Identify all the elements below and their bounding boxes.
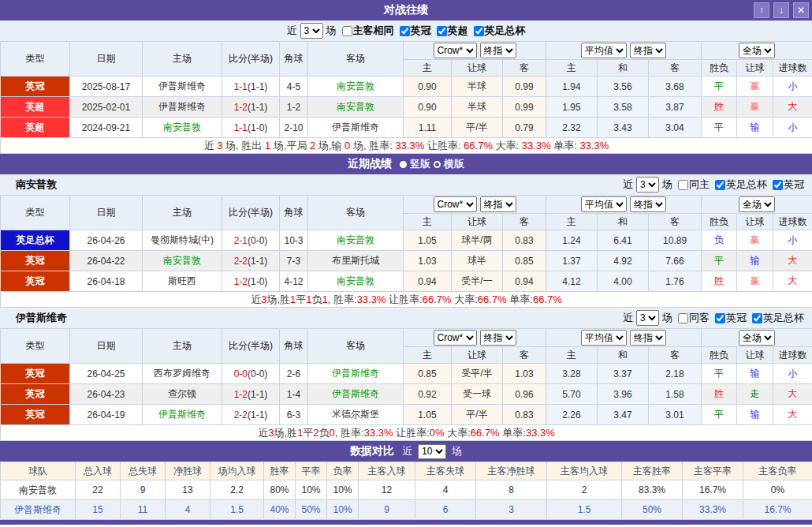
move-down-icon[interactable]: ↓ <box>773 2 789 18</box>
euro-source-select[interactable]: 平均值 <box>581 196 627 212</box>
compare-title-bar: 数据对比 近 10 场 <box>0 441 812 462</box>
euro-stage-select[interactable]: 终指 <box>630 43 666 58</box>
result-scope-header: 全场 <box>702 42 812 60</box>
stat-cell: 50% <box>622 500 683 520</box>
odds-home: 0.85 <box>404 364 452 384</box>
odds-away: 0.99 <box>503 77 546 97</box>
eu-home: 5.70 <box>546 384 598 405</box>
odds-hcp: 受半/一 <box>452 271 503 292</box>
stat-cell: 9 <box>359 500 415 520</box>
league-badge: 英足总杯 <box>1 230 70 251</box>
odds-away: 1.03 <box>503 364 546 384</box>
eu-home: 1.94 <box>546 77 598 97</box>
col-eu-home: 主 <box>546 347 598 364</box>
ips-games-select[interactable]: 3 <box>636 310 659 326</box>
league3-checkbox[interactable] <box>474 26 484 36</box>
h2h-title-bar: 对战往绩 ↑ ↓ ✕ <box>0 0 812 21</box>
odds-home: 1.03 <box>404 251 452 271</box>
result-cell: 平 <box>702 77 737 97</box>
horizontal-radio[interactable] <box>434 161 441 168</box>
score-cell: 1-2(1-0) <box>222 271 280 292</box>
asia-odds-header: Crow*终指 <box>404 196 546 214</box>
eu-draw: 3.96 <box>598 384 649 405</box>
euro-source-select[interactable]: 平均值 <box>581 330 627 346</box>
col-odds-away: 客 <box>503 214 546 230</box>
eu-draw: 3.37 <box>598 364 649 384</box>
table-row: 英冠 26-04-18 斯旺西 1-2(1-0) 4-12 南安普敦 0.94 … <box>1 271 812 292</box>
stat-cell: 1.5 <box>547 500 622 520</box>
ips-filter: 近 3 场 同客 英冠 英足总杯 <box>623 310 804 326</box>
euro-stage-select[interactable]: 终指 <box>630 330 666 346</box>
result-scope-header: 全场 <box>702 196 812 214</box>
close-icon[interactable]: ✕ <box>793 2 809 18</box>
scope-select[interactable]: 全场 <box>739 196 775 212</box>
scope-select[interactable]: 全场 <box>739 43 775 58</box>
eu-away: 1.76 <box>649 271 702 292</box>
stat-cell: 50% <box>296 500 327 520</box>
col-odds-hcp: 让球 <box>452 214 503 230</box>
eu-away: 7.66 <box>649 251 702 271</box>
hcp-result-cell: 输 <box>737 118 773 138</box>
h2h-summary: 近 3 场, 胜出 1 场,平局 2 场,输 0 场, 胜率: 33.3% 让胜… <box>1 138 812 154</box>
bookmaker-select[interactable]: Crow* <box>434 196 477 212</box>
bookmaker-select[interactable]: Crow* <box>434 330 477 346</box>
euro-odds-header: 平均值终指 <box>546 42 702 60</box>
stat-cell: 8 <box>476 480 547 500</box>
odds-stage-select[interactable]: 终指 <box>480 43 516 58</box>
col-hcp-result: 让球 <box>737 347 773 364</box>
south-filter: 近 3 场 同主 英足总杯 英冠 <box>623 177 804 192</box>
games-label: 场 <box>662 178 672 192</box>
col-goals: 进球数 <box>773 60 812 77</box>
stat-cell: 1.5 <box>210 500 264 520</box>
league1-checkbox[interactable] <box>715 180 725 190</box>
same-away-checkbox[interactable] <box>678 313 688 323</box>
home-team: 伊普斯维奇 <box>143 97 222 118</box>
league-badge: 英冠 <box>1 271 70 292</box>
result-cell: 胜 <box>702 384 737 405</box>
away-team: 南安普敦 <box>308 77 404 97</box>
league2-checkbox[interactable] <box>773 180 783 190</box>
score-cell: 1-2(1-1) <box>222 97 280 118</box>
cmp-col-team: 球队 <box>1 462 76 480</box>
euro-odds-header: 平均值终指 <box>546 329 702 347</box>
odds-stage-select[interactable]: 终指 <box>480 196 516 212</box>
col-away: 客场 <box>308 196 404 230</box>
horizontal-label[interactable]: 横版 <box>444 157 464 171</box>
odds-hcp: 平/半 <box>452 405 503 425</box>
same-venue-label: 主客相同 <box>353 24 394 38</box>
near-label: 近 <box>402 444 412 458</box>
euro-stage-select[interactable]: 终指 <box>630 196 666 212</box>
vertical-label[interactable]: 竖版 <box>410 157 430 171</box>
euro-source-select[interactable]: 平均值 <box>581 43 627 58</box>
league2-checkbox[interactable] <box>437 26 447 36</box>
same-home-checkbox[interactable] <box>678 180 688 190</box>
compare-games-select[interactable]: 10 <box>418 444 446 459</box>
h2h-games-select[interactable]: 3 <box>300 23 323 39</box>
cmp-col-loss-rate: 负率 <box>327 462 359 480</box>
hcp-result-cell: 赢 <box>737 230 773 251</box>
bottom-purple-strip <box>0 520 812 525</box>
league1-checkbox[interactable] <box>400 26 410 36</box>
result-cell: 平 <box>702 251 737 271</box>
score-cell: 2-2(1-1) <box>222 405 280 425</box>
odds-stage-select[interactable]: 终指 <box>480 330 516 346</box>
scope-select[interactable]: 全场 <box>739 330 775 346</box>
odds-away: 0.85 <box>503 251 546 271</box>
stat-cell: 10% <box>327 500 359 520</box>
league2-checkbox[interactable] <box>752 313 762 323</box>
move-up-icon[interactable]: ↑ <box>754 2 769 18</box>
bookmaker-select[interactable]: Crow* <box>434 43 477 58</box>
south-games-select[interactable]: 3 <box>636 177 659 192</box>
cmp-col-hv-loss-rate: 主客负率 <box>743 462 812 480</box>
vertical-radio[interactable] <box>400 161 407 168</box>
col-home: 主场 <box>143 196 222 230</box>
eu-away: 3.87 <box>649 97 702 118</box>
recent-title: 近期战绩 <box>348 157 392 171</box>
league1-checkbox[interactable] <box>715 313 725 323</box>
same-venue-checkbox[interactable] <box>342 26 352 36</box>
games-label: 场 <box>326 24 337 38</box>
eu-away: 3.01 <box>649 405 702 425</box>
south-summary-row: 近3场,胜1平1负1, 胜率:33.3% 让胜率:66.7% 大率:66.7% … <box>1 292 812 308</box>
col-eu-home: 主 <box>546 214 598 230</box>
match-date: 26-04-23 <box>70 384 143 405</box>
